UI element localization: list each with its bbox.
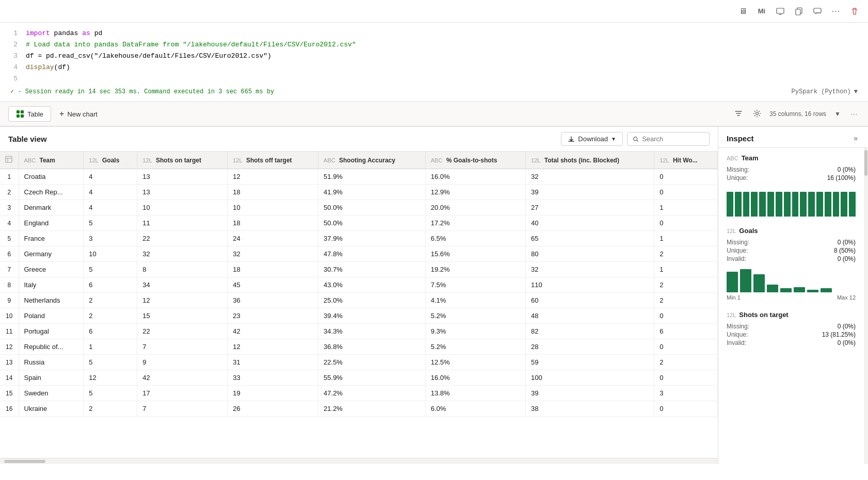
horizontal-scrollbar[interactable]: [0, 458, 718, 464]
shots-type-badge: 12L: [727, 312, 736, 318]
goals-unique-label: Unique:: [727, 247, 748, 254]
goals-invalid-label: Invalid:: [727, 255, 746, 262]
row-idx: 14: [0, 370, 19, 386]
inspect-body[interactable]: ABC Team Missing: 0 (0%) Unique: 16 (100…: [718, 148, 864, 464]
cell-goals-shots: 7.5%: [425, 277, 525, 293]
cell-goals: 5: [84, 216, 137, 231]
col-header-team: ABC Team: [19, 152, 84, 169]
cell-goals-shots: 5.2%: [425, 308, 525, 324]
col-header-goals-shots: ABC % Goals-to-shots: [425, 152, 525, 169]
table-tab-icon: [16, 110, 24, 118]
cell-hit-wo: 0: [654, 308, 718, 324]
monitor-icon[interactable]: 🖥: [736, 4, 750, 19]
team-bar: [841, 192, 847, 217]
inspect-title: Inspect: [727, 134, 754, 143]
cell-shots-on: 13: [137, 169, 228, 185]
row-idx: 12: [0, 339, 19, 355]
search-box[interactable]: [627, 132, 710, 146]
cell-goals: 2: [84, 293, 137, 308]
data-table-wrap[interactable]: ABC Team 12L Goals 12L Shots on target 1…: [0, 152, 718, 458]
cell-shots-on: 8: [137, 262, 228, 277]
cell-shots-on: 34: [137, 277, 228, 293]
team-type-badge: ABC: [727, 155, 738, 161]
code-text-4: display(df): [26, 62, 70, 73]
inspect-scrollbar[interactable]: [864, 148, 868, 464]
goals-max: Max 12: [837, 294, 856, 301]
team-bar: [833, 192, 840, 217]
cell-team: Spain: [19, 370, 84, 386]
cell-shots-off: 45: [228, 277, 318, 293]
delete-icon[interactable]: [847, 4, 862, 19]
row-idx: 2: [0, 185, 19, 200]
cell-goals: 6: [84, 324, 137, 339]
row-idx: 4: [0, 216, 19, 231]
person-icon[interactable]: Mi: [754, 4, 769, 19]
cell-shots-on: 13: [137, 185, 228, 200]
table-tab[interactable]: Table: [8, 106, 51, 122]
table-row: 10 Poland 2 15 23 39.4% 5.2% 48 0: [0, 308, 718, 324]
row-idx: 8: [0, 277, 19, 293]
team-bar: [784, 192, 791, 217]
cell-goals-shots: 6.5%: [425, 231, 525, 246]
cell-total-shots: 39: [526, 386, 654, 401]
cell-shots-on: 17: [137, 386, 228, 401]
status-bar: ✓ - Session ready in 14 sec 353 ms. Comm…: [0, 85, 868, 97]
data-table: ABC Team 12L Goals 12L Shots on target 1…: [0, 152, 718, 417]
team-unique-row: Unique: 16 (100%): [727, 174, 856, 181]
team-bar: [849, 192, 856, 217]
goals-unique-val: 8 (50%): [834, 247, 856, 254]
screen-icon[interactable]: [773, 4, 787, 19]
shots-missing-label: Missing:: [727, 323, 749, 330]
cell-shots-on: 10: [137, 200, 228, 216]
copy-icon[interactable]: [792, 4, 806, 19]
cell-total-shots: 32: [526, 169, 654, 185]
status-text: ✓ - Session ready in 14 sec 353 ms. Comm…: [10, 88, 274, 95]
code-line-1: 1 import pandas as pd: [10, 28, 858, 39]
cell-team: Portugal: [19, 324, 84, 339]
cell-goals-shots: 5.2%: [425, 339, 525, 355]
more-icon[interactable]: ···: [829, 4, 843, 19]
cell-hit-wo: 0: [654, 216, 718, 231]
col-header-shots-on: 12L Shots on target: [137, 152, 228, 169]
shots-col-label: Shots on target: [739, 311, 788, 319]
filter-icon[interactable]: [732, 107, 745, 121]
cell-hit-wo: 2: [654, 277, 718, 293]
inspect-section-shots-on-target: 12L Shots on target Missing: 0 (0%) Uniq…: [727, 311, 856, 346]
cell-goals-shots: 9.3%: [425, 324, 525, 339]
table-row: 7 Greece 5 8 18 30.7% 19.2% 32 1: [0, 262, 718, 277]
download-button[interactable]: Download ▼: [561, 132, 623, 146]
cell-shoot-acc: 34.3%: [318, 324, 426, 339]
col-header-goals: 12L Goals: [84, 152, 137, 169]
code-line-2: 2 # Load data into pandas DataFrame from…: [10, 39, 858, 51]
cell-hit-wo: 2: [654, 355, 718, 370]
search-input[interactable]: [642, 135, 704, 143]
team-missing-val: 0 (0%): [838, 166, 856, 173]
cell-shots-on: 15: [137, 308, 228, 324]
table-row: 9 Netherlands 2 12 36 25.0% 4.1% 60 2: [0, 293, 718, 308]
cell-shoot-acc: 36.8%: [318, 339, 426, 355]
col-header-shots-off: 12L Shots off target: [228, 152, 318, 169]
goals-histogram-bar: [753, 274, 765, 292]
settings-icon[interactable]: [751, 107, 763, 121]
code-cell: 1 import pandas as pd 2 # Load data into…: [0, 23, 868, 102]
engine-dropdown-icon[interactable]: ▼: [854, 88, 858, 95]
chat-icon[interactable]: [810, 4, 825, 19]
main-area: Table view Download ▼: [0, 127, 868, 464]
row-idx: 15: [0, 386, 19, 401]
cell-shoot-acc: 51.9%: [318, 169, 426, 185]
more-options-icon[interactable]: ···: [849, 108, 860, 120]
cell-hit-wo: 0: [654, 339, 718, 355]
new-chart-button[interactable]: + New chart: [53, 106, 104, 122]
cell-shots-on: 7: [137, 339, 228, 355]
shots-unique-val: 13 (81.25%): [822, 331, 856, 338]
team-unique-label: Unique:: [727, 174, 748, 181]
inspect-expand-button[interactable]: »: [851, 133, 860, 143]
goals-histogram-bar: [794, 287, 805, 292]
team-bar: [800, 192, 807, 217]
cell-goals: 12: [84, 370, 137, 386]
cell-shots-on: 12: [137, 293, 228, 308]
cell-goals: 6: [84, 277, 137, 293]
row-idx: 16: [0, 401, 19, 417]
engine-label[interactable]: PySpark (Python): [792, 88, 851, 95]
columns-dropdown-icon[interactable]: ▼: [832, 108, 843, 120]
